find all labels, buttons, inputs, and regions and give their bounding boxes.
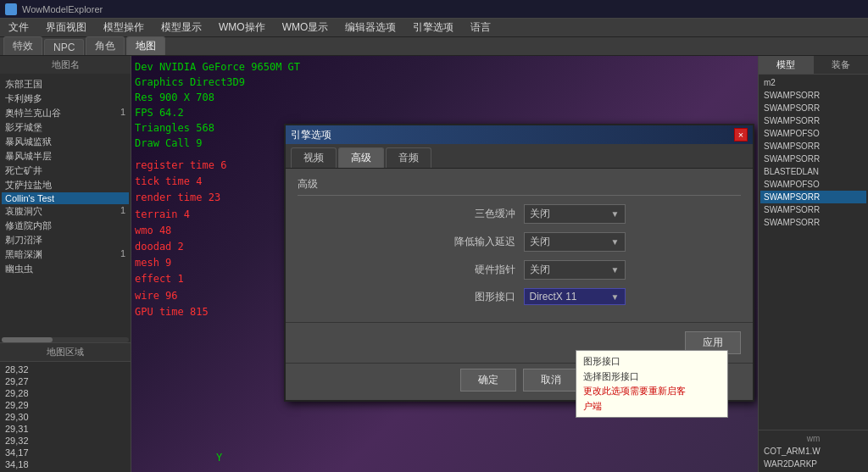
list-item[interactable]: 幽虫虫 xyxy=(2,262,129,276)
list-item[interactable]: 卡利姆多 xyxy=(2,92,129,106)
wm-list: wm COT_ARM1.W WAR2DARKP xyxy=(759,430,868,472)
tooltip-line-2: 选择图形接口 xyxy=(583,369,721,385)
zone-item[interactable]: 29,29 xyxy=(2,399,129,411)
tab-npc[interactable]: NPC xyxy=(44,39,84,55)
model-item[interactable]: SWAMPSORR xyxy=(760,153,866,165)
zone-item[interactable]: 34,18 xyxy=(2,458,129,470)
form-row-low-input-delay: 降低输入延迟 关闭 ▼ xyxy=(298,232,741,252)
zone-item[interactable]: 34,17 xyxy=(2,447,129,458)
list-item[interactable]: 暴风城半层 xyxy=(2,149,129,164)
cancel-button[interactable]: 取消 xyxy=(523,369,579,391)
list-item[interactable]: 影牙城堡 xyxy=(2,120,129,135)
model-list[interactable]: m2 SWAMPSORR SWAMPSORR SWAMPSORR SWAMPOF… xyxy=(759,75,868,430)
list-item[interactable]: 哀腹洞穴1 xyxy=(2,204,129,219)
menubar: 文件 界面视图 模型操作 模型显示 WMO操作 WMO显示 编辑器选项 引擎选项… xyxy=(0,19,868,37)
tab-map[interactable]: 地图 xyxy=(126,36,165,55)
form-label-hw-cursor: 硬件指针 xyxy=(414,263,515,277)
dialog-title: 引擎选项 xyxy=(291,128,331,142)
model-item[interactable]: SWAMPSORR xyxy=(760,102,866,114)
center-viewport: Dev NVIDIA GeForce 9650M GT Graphics Dir… xyxy=(131,56,758,472)
model-item[interactable]: SWAMPOFSO xyxy=(760,127,866,140)
form-control-triple-buffer[interactable]: 关闭 ▼ xyxy=(524,204,626,224)
zone-item[interactable]: 29,30 xyxy=(2,411,129,423)
tab-effects[interactable]: 特效 xyxy=(3,36,42,55)
list-item[interactable]: 艾萨拉盐地 xyxy=(2,178,129,192)
dropdown-arrow-icon: ▼ xyxy=(611,237,620,247)
list-item[interactable]: 剃刀沼泽 xyxy=(2,233,129,247)
main-content: 地图名 东部王国 卡利姆多 奥特兰克山谷1 影牙城堡 暴风城监狱 暴风城半层 死… xyxy=(0,56,868,472)
form-control-low-input-delay[interactable]: 关闭 ▼ xyxy=(524,232,626,252)
zone-item[interactable]: 29,31 xyxy=(2,423,129,435)
model-item[interactable]: SWAMPSORR xyxy=(760,216,866,229)
zone-item[interactable]: 29,32 xyxy=(2,435,129,447)
tab-character[interactable]: 角色 xyxy=(86,36,125,55)
list-item[interactable]: 修道院内部 xyxy=(2,219,129,233)
wm-item[interactable]: WAR2DARKP xyxy=(760,458,866,470)
dialog-tab-advanced[interactable]: 高级 xyxy=(338,147,384,168)
model-item[interactable]: SWAMPSORR xyxy=(760,114,866,127)
zone-item[interactable]: 29,28 xyxy=(2,387,129,399)
engine-options-dialog[interactable]: 引擎选项 × 视频 高级 音频 高级 三色缓冲 关闭 xyxy=(284,124,754,402)
model-item-selected[interactable]: SWAMPSORR xyxy=(760,191,866,203)
dialog-tab-audio[interactable]: 音频 xyxy=(386,147,431,168)
zone-list[interactable]: 28,32 29,27 29,28 29,29 29,30 29,31 29,3… xyxy=(0,362,131,472)
list-item-collin-test[interactable]: Collin's Test xyxy=(2,192,129,204)
menu-model-ops[interactable]: 模型操作 xyxy=(95,19,153,36)
dialog-tabs: 视频 高级 音频 xyxy=(286,144,753,169)
wm-item[interactable]: COT_ARM1.W xyxy=(760,445,866,458)
tooltip-line-3: 更改此选项需要重新启客 xyxy=(583,384,721,399)
model-item[interactable]: m2 xyxy=(760,76,866,89)
list-item[interactable]: 暴风城监狱 xyxy=(2,135,129,149)
sidebar: 地图名 东部王国 卡利姆多 奥特兰克山谷1 影牙城堡 暴风城监狱 暴风城半层 死… xyxy=(0,56,131,472)
menu-model-display[interactable]: 模型显示 xyxy=(153,19,210,36)
dialog-content: 高级 三色缓冲 关闭 ▼ 降低输入延迟 关闭 ▼ xyxy=(286,169,753,322)
menu-editor-options[interactable]: 编辑器选项 xyxy=(337,19,404,36)
right-tabs: 模型 装备 xyxy=(759,56,868,75)
titlebar: WowModelExplorer xyxy=(0,0,868,19)
menu-ui-view[interactable]: 界面视图 xyxy=(37,19,95,36)
zone-item[interactable]: 28,32 xyxy=(2,364,129,375)
model-item[interactable]: SWAMPSORR xyxy=(760,89,866,102)
menu-wmo-display[interactable]: WMO显示 xyxy=(274,19,337,36)
dialog-tab-video[interactable]: 视频 xyxy=(291,147,337,168)
titlebar-title: WowModelExplorer xyxy=(22,4,103,14)
map-zone-header: 地图区域 xyxy=(0,342,131,362)
zone-item[interactable]: 29,27 xyxy=(2,375,129,387)
list-item[interactable]: 东部王国 xyxy=(2,77,129,92)
model-item[interactable]: BLASTEDLAN xyxy=(760,165,866,178)
map-list-header: 地图名 xyxy=(0,56,131,74)
model-item[interactable]: SWAMPSORR xyxy=(760,203,866,216)
dropdown-arrow-icon: ▼ xyxy=(611,209,620,219)
form-label-graphics-api: 图形接口 xyxy=(414,290,515,304)
wm-header: wm xyxy=(760,432,866,445)
list-item[interactable]: 奥特兰克山谷1 xyxy=(2,106,129,120)
right-tab-equipment[interactable]: 装备 xyxy=(814,56,869,74)
tooltip-line-1: 图形接口 xyxy=(583,354,721,369)
form-row-hw-cursor: 硬件指针 关闭 ▼ xyxy=(298,260,741,280)
list-item[interactable]: 黑暗深渊1 xyxy=(2,247,129,262)
model-item[interactable]: SWAMPSORR xyxy=(760,140,866,153)
right-tab-model[interactable]: 模型 xyxy=(759,56,814,74)
form-label-low-input-delay: 降低输入延迟 xyxy=(414,235,515,249)
y-axis: Y xyxy=(216,452,222,464)
dialog-section-header: 高级 xyxy=(298,177,741,196)
app-icon xyxy=(5,3,17,15)
model-item[interactable]: SWAMPOFSO xyxy=(760,178,866,191)
ok-button[interactable]: 确定 xyxy=(460,369,516,391)
form-label-triple-buffer: 三色缓冲 xyxy=(414,207,515,221)
form-control-hw-cursor[interactable]: 关闭 ▼ xyxy=(524,260,626,280)
list-item[interactable]: 死亡矿井 xyxy=(2,164,129,178)
menu-engine-options[interactable]: 引擎选项 xyxy=(404,19,462,36)
menu-file[interactable]: 文件 xyxy=(0,19,37,36)
dropdown-arrow-icon: ▼ xyxy=(611,292,620,302)
dialog-close-button[interactable]: × xyxy=(734,128,748,142)
dropdown-arrow-icon: ▼ xyxy=(611,265,620,275)
map-list[interactable]: 东部王国 卡利姆多 奥特兰克山谷1 影牙城堡 暴风城监狱 暴风城半层 死亡矿井 … xyxy=(0,75,131,337)
menu-language[interactable]: 语言 xyxy=(462,19,499,36)
form-row-triple-buffer: 三色缓冲 关闭 ▼ xyxy=(298,204,741,224)
menu-wmo-ops[interactable]: WMO操作 xyxy=(210,19,274,36)
tooltip-line-4: 户端 xyxy=(583,399,721,414)
form-control-graphics-api[interactable]: DirectX 11 ▼ xyxy=(524,288,626,305)
right-panel: 模型 装备 m2 SWAMPSORR SWAMPSORR SWAMPSORR S… xyxy=(758,56,868,472)
form-row-graphics-api: 图形接口 DirectX 11 ▼ xyxy=(298,288,741,305)
